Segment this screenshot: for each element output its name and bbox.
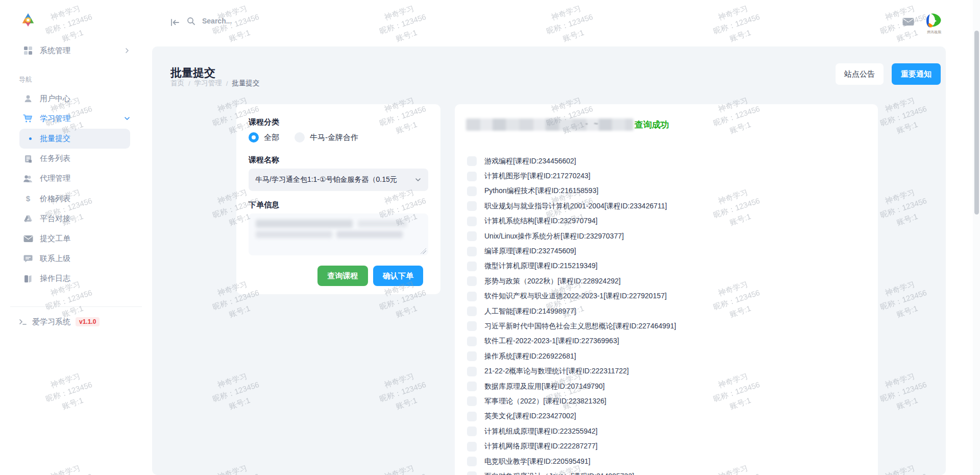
- course-checkbox[interactable]: [467, 367, 477, 376]
- sidebar-item-platform-connect[interactable]: 平台对接: [0, 209, 152, 229]
- course-row[interactable]: 计算机网络原理[课程ID:222287277]: [467, 439, 866, 454]
- breadcrumb-item[interactable]: 学习管理: [194, 79, 222, 88]
- course-row[interactable]: Python编程技术[课程ID:216158593]: [467, 184, 866, 199]
- course-label: 编译原理[课程ID:232745609]: [484, 247, 576, 256]
- chevron-right-icon: [124, 48, 130, 54]
- course-row[interactable]: 软件知识产权与职业道德2022-2023-1[课程ID:227920157]: [467, 289, 866, 304]
- course-row[interactable]: 操作系统[课程ID:226922681]: [467, 349, 866, 364]
- course-checkbox[interactable]: [467, 396, 477, 406]
- course-row[interactable]: 软件工程-2022-2023-1[课程ID:227369963]: [467, 334, 866, 349]
- breadcrumb-separator: /: [226, 80, 228, 87]
- sidebar-item-label: 任务列表: [40, 154, 70, 163]
- course-checkbox[interactable]: [467, 262, 477, 271]
- course-row[interactable]: 21-22-2概率论与数理统计[课程ID:222311722]: [467, 364, 866, 378]
- sidebar-item-agent-management[interactable]: 代理管理: [0, 169, 152, 188]
- course-row[interactable]: 军事理论（2022）[课程ID:223821326]: [467, 394, 866, 409]
- grid-icon: [23, 45, 33, 56]
- course-checkbox[interactable]: [467, 337, 477, 346]
- course-checkbox[interactable]: [467, 457, 477, 466]
- course-checkbox[interactable]: [467, 276, 477, 286]
- redacted-text: [256, 220, 353, 228]
- course-select[interactable]: 牛马/学习通全包1:1-①号铂金服务器（0.15元: [249, 169, 428, 191]
- sidebar-item-system-management[interactable]: 系统管理: [0, 41, 152, 60]
- sidebar-divider: [10, 306, 142, 307]
- course-checkbox[interactable]: [467, 186, 477, 196]
- sidebar-item-price-list[interactable]: $价格列表: [0, 189, 152, 209]
- active-dot-icon: [29, 137, 32, 140]
- course-checkbox[interactable]: [467, 426, 477, 436]
- collapse-sidebar-icon[interactable]: [170, 18, 180, 27]
- course-checkbox[interactable]: [467, 442, 477, 452]
- course-checkbox[interactable]: [467, 156, 477, 166]
- course-checkbox[interactable]: [467, 217, 477, 226]
- course-label: 形势与政策（2022秋）[课程ID:228924292]: [484, 277, 621, 286]
- course-row[interactable]: 计算机组成原理[课程ID:223255942]: [467, 424, 866, 439]
- order-info-textarea[interactable]: [249, 213, 428, 255]
- search-input[interactable]: [201, 16, 315, 26]
- course-checkbox[interactable]: [467, 292, 477, 301]
- order-info-label: 下单信息: [249, 200, 279, 210]
- course-checkbox[interactable]: [467, 412, 477, 421]
- course-checkbox[interactable]: [467, 321, 477, 331]
- sidebar-item-label: 操作日志: [40, 274, 70, 283]
- sidebar-item-task-list[interactable]: 任务列表: [0, 149, 152, 169]
- radio-selected-icon[interactable]: [249, 132, 259, 142]
- confirm-order-button[interactable]: 确认下单: [373, 266, 423, 286]
- course-row[interactable]: 人工智能[课程ID:214998977]: [467, 304, 866, 319]
- course-row[interactable]: 编译原理[课程ID:232745609]: [467, 244, 866, 258]
- course-label: 软件工程-2022-2023-1[课程ID:227369963]: [484, 337, 619, 346]
- course-checkbox[interactable]: [467, 306, 477, 316]
- course-checkbox[interactable]: [467, 201, 477, 211]
- course-row[interactable]: 微型计算机原理[课程ID:215219349]: [467, 259, 866, 274]
- nav-section-label: 导航: [19, 75, 32, 84]
- important-notice-button[interactable]: 重要通知: [892, 63, 941, 85]
- category-label: 课程分类: [249, 117, 279, 127]
- radio-option-label: 牛马-金牌合作: [310, 133, 358, 142]
- course-row[interactable]: 英美文化[课程ID:223427002]: [467, 409, 866, 424]
- course-row[interactable]: 游戏编程[课程ID:234456602]: [467, 154, 866, 169]
- course-row[interactable]: 数据库原理及应用[课程ID:207149790]: [467, 379, 866, 394]
- sidebar-item-submit-ticket[interactable]: 提交工单: [0, 229, 152, 249]
- app-window: 系统管理 导航 用户中心学习管理批量提交任务列表代理管理$价格列表平台对接提交工…: [0, 0, 980, 475]
- redacted-query-header-marks: - ~: [585, 120, 600, 128]
- course-row[interactable]: 习近平新时代中国特色社会主义思想概论[课程ID:227464991]: [467, 319, 866, 334]
- scrollbar-thumb[interactable]: [974, 31, 979, 215]
- course-checkbox[interactable]: [467, 351, 477, 361]
- main-panel: 批量提交 首页/学习管理/批量提交 站点公告 重要通知 课程分类 全部牛马-金牌…: [152, 46, 946, 475]
- scrollbar-track: [973, 0, 980, 475]
- query-course-button[interactable]: 查询课程: [317, 266, 368, 286]
- course-row[interactable]: Unix/Linux操作系统分析[课程ID:232970377]: [467, 229, 866, 244]
- course-row[interactable]: 职业规划与就业指导计算机2001-2004[课程ID:233426711]: [467, 199, 866, 213]
- course-row[interactable]: 面向对象程序设计（Java）[课程ID:214995733]: [467, 469, 866, 475]
- course-checkbox[interactable]: [467, 471, 477, 475]
- course-label: Python编程技术[课程ID:216158593]: [484, 186, 598, 196]
- breadcrumb-item[interactable]: 首页: [170, 79, 184, 88]
- course-row[interactable]: 计算机图形学[课程ID:217270243]: [467, 169, 866, 183]
- course-label: 计算机组成原理[课程ID:223255942]: [484, 427, 598, 436]
- sidebar-item-user-center[interactable]: 用户中心: [0, 89, 152, 109]
- course-label: 数据库原理及应用[课程ID:207149790]: [484, 382, 605, 391]
- mail-icon[interactable]: [902, 17, 914, 26]
- sidebar-item-batch-submit[interactable]: 批量提交: [19, 129, 130, 149]
- course-row[interactable]: 计算机系统结构[课程ID:232970794]: [467, 214, 866, 229]
- course-row[interactable]: 形势与政策（2022秋）[课程ID:228924292]: [467, 274, 866, 289]
- radio-unselected-icon[interactable]: [295, 132, 305, 142]
- topbar: 腾讯视频: [152, 0, 980, 46]
- site-announcement-button[interactable]: 站点公告: [836, 63, 884, 85]
- course-checkbox[interactable]: [467, 247, 477, 256]
- tencent-video-icon[interactable]: 腾讯视频: [924, 13, 944, 35]
- sidebar-item-contact-superior[interactable]: 联系上级: [0, 249, 152, 269]
- logs-icon: [23, 274, 33, 284]
- category-radio-option[interactable]: 牛马-金牌合作: [295, 132, 358, 142]
- sidebar-item-label: 代理管理: [40, 174, 70, 183]
- category-radio-option[interactable]: 全部: [249, 132, 279, 142]
- course-checkbox[interactable]: [467, 231, 477, 241]
- dollar-icon: $: [23, 194, 33, 204]
- sidebar-item-operation-logs[interactable]: 操作日志: [0, 269, 152, 289]
- resize-handle[interactable]: [421, 248, 426, 254]
- sidebar-item-study-management[interactable]: 学习管理: [0, 109, 152, 129]
- course-row[interactable]: 电竞职业教学[课程ID:220595491]: [467, 454, 866, 469]
- course-checkbox[interactable]: [467, 172, 477, 181]
- order-form-card: 课程分类 全部牛马-金牌合作 课程名称 牛马/学习通全包1:1-①号铂金服务器（…: [236, 104, 440, 294]
- course-checkbox[interactable]: [467, 382, 477, 391]
